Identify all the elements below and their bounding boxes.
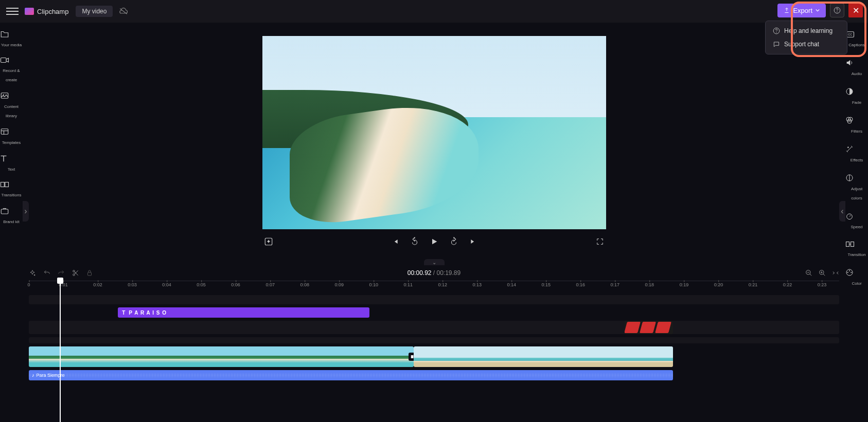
preview-area bbox=[23, 23, 845, 261]
text-icon bbox=[0, 154, 23, 162]
svg-point-27 bbox=[847, 272, 848, 273]
video-clip-1[interactable] bbox=[29, 346, 414, 367]
rs-captions[interactable]: CC Captions bbox=[845, 26, 868, 53]
overlay-track[interactable]: SUB SUB SUBS bbox=[29, 321, 839, 334]
sidebar-content-library[interactable]: Content library bbox=[0, 87, 23, 123]
skip-next-icon bbox=[470, 238, 477, 245]
svg-rect-39 bbox=[411, 355, 414, 358]
fullscreen-icon bbox=[596, 237, 604, 246]
timeline-ruler[interactable]: 00:010:020:030:040:050:060:070:080:090:1… bbox=[29, 281, 839, 291]
speed-icon bbox=[845, 212, 868, 220]
close-button[interactable]: ✕ bbox=[848, 3, 863, 17]
zoom-out-button[interactable] bbox=[805, 269, 812, 277]
audio-track[interactable]: ♪ Para Siempre bbox=[29, 370, 839, 380]
right-sidebar: CC Captions Audio Fade Filters Effects A… bbox=[845, 23, 868, 422]
rs-fade[interactable]: Fade bbox=[845, 82, 868, 111]
playback-controls bbox=[262, 235, 606, 248]
forward-button[interactable] bbox=[448, 235, 460, 248]
rs-effects[interactable]: Effects bbox=[845, 140, 868, 169]
svg-rect-11 bbox=[1, 182, 5, 187]
transition-badge[interactable] bbox=[409, 353, 414, 361]
split-button[interactable] bbox=[72, 269, 79, 277]
brand-kit-icon bbox=[0, 207, 23, 215]
sidebar-record-create[interactable]: Record & create bbox=[0, 52, 23, 87]
rs-transition[interactable]: Transition bbox=[845, 235, 868, 263]
captions-icon: CC bbox=[845, 31, 868, 38]
text-track[interactable]: T P A R A I S O bbox=[29, 307, 839, 318]
svg-point-7 bbox=[3, 94, 4, 95]
help-button[interactable] bbox=[830, 3, 844, 17]
sidebar-brand-kit[interactable]: Brand kit bbox=[0, 203, 23, 229]
support-chat-item[interactable]: Support chat bbox=[766, 38, 847, 51]
skip-forward-button[interactable] bbox=[467, 235, 480, 248]
undo-button[interactable] bbox=[43, 269, 50, 277]
svg-point-25 bbox=[849, 270, 850, 271]
sidebar-your-media[interactable]: Your media bbox=[0, 26, 23, 52]
expand-right-panel[interactable]: ‹ bbox=[839, 201, 845, 222]
help-learning-item[interactable]: Help and learning bbox=[766, 24, 847, 38]
upload-icon bbox=[784, 7, 790, 13]
text-clip[interactable]: T P A R A I S O bbox=[118, 307, 369, 318]
transitions-icon bbox=[0, 181, 23, 188]
overlay-thumb: SUBS bbox=[656, 321, 671, 334]
rs-speed[interactable]: Speed bbox=[845, 207, 868, 235]
menu-icon[interactable] bbox=[6, 5, 19, 17]
play-button[interactable] bbox=[428, 235, 440, 248]
cloud-sync-off-icon[interactable] bbox=[119, 8, 128, 15]
adjust-icon bbox=[845, 174, 868, 182]
skip-previous-icon bbox=[392, 238, 399, 245]
rs-audio[interactable]: Audio bbox=[845, 53, 868, 82]
video-track[interactable] bbox=[29, 346, 839, 367]
sidebar-transitions[interactable]: Transitions bbox=[0, 177, 23, 203]
redo-button[interactable] bbox=[58, 269, 65, 277]
transition-icon bbox=[845, 241, 868, 248]
svg-rect-13 bbox=[1, 209, 8, 214]
speaker-icon bbox=[845, 59, 868, 67]
forward-icon bbox=[449, 237, 458, 246]
fit-timeline-button[interactable] bbox=[832, 269, 839, 277]
empty-track-2[interactable] bbox=[29, 337, 839, 343]
filters-icon bbox=[845, 116, 868, 124]
ruler-tick: 0:08 bbox=[300, 282, 309, 287]
svg-point-2 bbox=[837, 11, 837, 12]
svg-rect-8 bbox=[1, 129, 8, 135]
folder-icon bbox=[0, 30, 23, 38]
rs-color[interactable]: Color bbox=[845, 263, 868, 292]
current-time: 00:00.92 bbox=[408, 269, 432, 277]
svg-rect-12 bbox=[5, 182, 9, 187]
zoom-in-button[interactable] bbox=[819, 269, 826, 277]
total-time: 00:19.89 bbox=[437, 269, 461, 277]
playhead[interactable] bbox=[60, 281, 61, 422]
brand-label: Clipchamp bbox=[37, 8, 68, 15]
ruler-tick: 0:14 bbox=[507, 282, 517, 287]
sidebar-templates[interactable]: Templates bbox=[0, 123, 23, 150]
expand-left-panel[interactable]: › bbox=[23, 201, 29, 222]
mask-ai-button[interactable] bbox=[262, 235, 275, 248]
svg-rect-5 bbox=[1, 58, 7, 63]
ruler-tick: 0:07 bbox=[265, 282, 275, 287]
svg-text:CC: CC bbox=[848, 33, 853, 36]
project-name-input[interactable]: My video bbox=[76, 6, 113, 17]
ruler-tick: 0:10 bbox=[369, 282, 378, 287]
ruler-tick: 0:03 bbox=[128, 282, 137, 287]
timeline-collapse-button[interactable]: ⌄ bbox=[424, 259, 445, 265]
rewind-button[interactable] bbox=[409, 235, 421, 248]
top-bar: Clipchamp My video Export ✕ bbox=[0, 0, 868, 23]
auto-tool-icon[interactable] bbox=[29, 269, 36, 277]
rs-adjust-colors[interactable]: Adjust colors bbox=[845, 169, 868, 207]
play-icon bbox=[430, 237, 438, 246]
overlay-clip[interactable]: SUB SUB SUBS bbox=[625, 321, 674, 334]
fullscreen-button[interactable] bbox=[594, 235, 606, 248]
video-canvas[interactable] bbox=[262, 36, 606, 229]
ruler-tick: 0:22 bbox=[783, 282, 792, 287]
audio-clip[interactable]: ♪ Para Siempre bbox=[29, 370, 673, 380]
skip-back-button[interactable] bbox=[389, 235, 401, 248]
ruler-tick: 0:20 bbox=[714, 282, 723, 287]
rs-filters[interactable]: Filters bbox=[845, 111, 868, 140]
export-button[interactable]: Export bbox=[777, 4, 826, 17]
lock-button[interactable] bbox=[86, 269, 93, 277]
empty-track-1[interactable] bbox=[29, 295, 839, 304]
color-icon bbox=[845, 268, 868, 277]
sidebar-text[interactable]: Text bbox=[0, 150, 23, 177]
video-clip-2[interactable] bbox=[414, 346, 673, 367]
